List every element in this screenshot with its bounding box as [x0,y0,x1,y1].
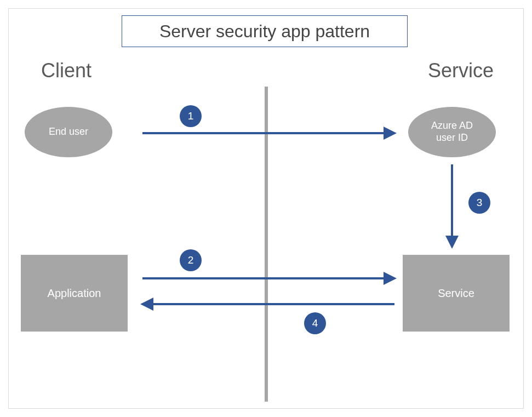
node-end-user-label: End user [49,126,88,138]
step-badge-1: 1 [180,105,202,127]
step-badge-4: 4 [304,312,326,334]
node-application-label: Application [48,287,101,300]
node-azure-ad: Azure AD user ID [408,107,496,157]
step-badge-3: 3 [468,192,490,214]
section-label-service: Service [428,59,494,82]
diagram-canvas: Server security app pattern Client Servi… [0,0,532,417]
node-end-user: End user [25,107,112,157]
node-azure-ad-label: Azure AD user ID [431,120,473,144]
node-service-label: Service [438,287,474,300]
section-label-client: Client [41,59,91,82]
divider-vertical [265,87,268,402]
node-service: Service [403,255,510,332]
diagram-title: Server security app pattern [122,15,408,47]
node-application: Application [21,255,128,332]
step-badge-2: 2 [180,249,202,271]
